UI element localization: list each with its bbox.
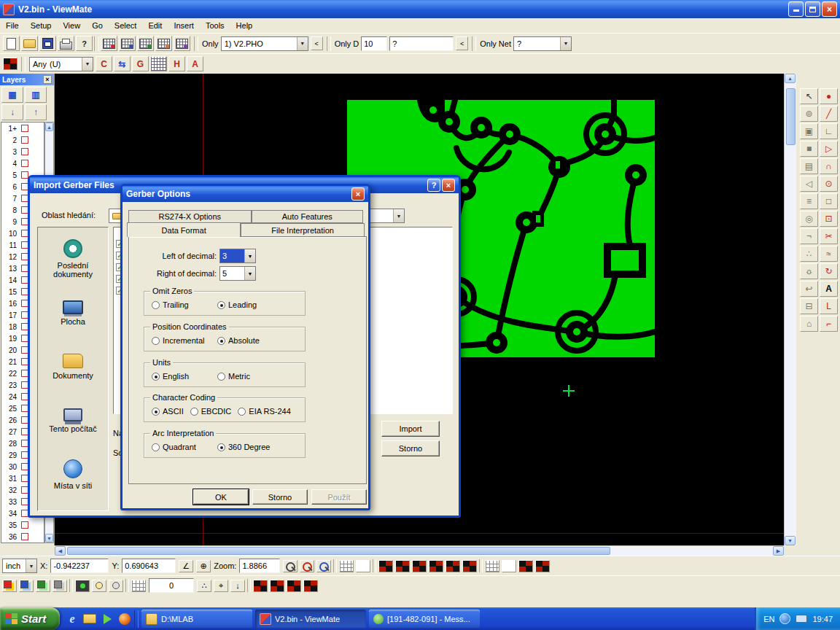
settings-tool[interactable]: ☼ — [800, 263, 818, 279]
radio-option[interactable]: Leading — [217, 300, 283, 309]
y-coordinate-field[interactable]: 0.690643 — [122, 559, 176, 573]
menu-item[interactable]: Edit — [142, 18, 168, 33]
restore-button[interactable] — [805, 1, 820, 17]
canvas-horizontal-scrollbar[interactable]: ◀ ▶ — [55, 545, 784, 556]
place-item[interactable]: Poslední dokumenty — [38, 232, 108, 286]
dcode-pattern-icon[interactable] — [378, 560, 393, 572]
close-button[interactable]: × — [822, 1, 837, 17]
table-settings-icon[interactable] — [174, 36, 190, 51]
draw-circle-tool[interactable]: ⊙ — [820, 176, 838, 192]
radio-option[interactable]: Trailing — [152, 300, 217, 309]
lamp-on-icon[interactable] — [92, 580, 106, 592]
flash-point-tool[interactable]: ● — [820, 88, 838, 104]
minimize-button[interactable] — [788, 1, 804, 17]
language-indicator[interactable]: EN — [763, 615, 774, 623]
dcode-pattern-icon[interactable] — [287, 580, 301, 592]
radio-option[interactable]: 360 Degree — [217, 443, 283, 451]
layer-color-icon[interactable] — [52, 580, 67, 592]
scroll-down-icon[interactable]: ▼ — [45, 534, 53, 542]
zoom-value-field[interactable]: 1.8866 — [239, 559, 280, 573]
layer-color-icon[interactable] — [2, 580, 17, 592]
menu-item[interactable]: View — [57, 18, 86, 33]
step-grid-icon[interactable] — [131, 580, 146, 592]
place-item[interactable]: Plocha — [38, 286, 108, 340]
menu-item[interactable]: Setup — [25, 18, 58, 33]
import-button[interactable]: Import — [381, 421, 440, 437]
separator[interactable] — [333, 559, 337, 572]
prev-layer-button[interactable]: < — [311, 36, 323, 50]
move-layer-up-icon[interactable]: ↑ — [25, 104, 47, 120]
scroll-thumb[interactable] — [786, 88, 796, 145]
cancel-button[interactable]: Storno — [381, 440, 440, 456]
radio-option[interactable]: EBCDIC — [190, 407, 232, 416]
scroll-left-icon[interactable]: ◀ — [55, 546, 66, 556]
place-item[interactable]: Tento počítač — [38, 394, 108, 448]
layers-panel-header[interactable]: Layers × — [0, 74, 54, 85]
separator[interactable] — [373, 559, 376, 572]
separator[interactable] — [94, 36, 99, 51]
origin-marker-icon[interactable]: ⌖ — [214, 580, 228, 592]
chevron-down-icon[interactable]: ▼ — [82, 58, 93, 71]
home-view-tool[interactable]: ⌂ — [800, 316, 818, 332]
layer-row[interactable]: 36 — [1, 531, 44, 542]
aperture-filter-combo[interactable]: Any (U) ▼ — [29, 57, 93, 71]
notch-tool[interactable]: ¬ — [800, 228, 818, 244]
zoom-tool[interactable] — [283, 560, 298, 572]
radio-option[interactable]: Quadrant — [152, 443, 217, 451]
dcode-pattern-icon[interactable] — [446, 560, 460, 572]
aperture-tool[interactable]: A — [187, 56, 203, 71]
save-file-icon[interactable] — [39, 36, 56, 51]
x-coordinate-field[interactable]: -0.942237 — [50, 559, 109, 573]
help-icon[interactable]: ? — [427, 179, 440, 192]
draw-corner-tool[interactable]: ∟ — [820, 123, 838, 139]
draw-triangle-tool[interactable]: ▷ — [820, 141, 838, 157]
dots-tool[interactable]: ∴ — [800, 246, 818, 262]
browser-quicklaunch-icon[interactable] — [117, 610, 133, 628]
layer-row[interactable]: 1+ — [1, 122, 44, 134]
drop-marker-icon[interactable]: ↓ — [230, 580, 245, 592]
dcode-pattern-icon[interactable] — [429, 560, 443, 572]
place-item[interactable]: Místa v síti — [38, 448, 108, 502]
layer-row[interactable]: 2 — [1, 134, 44, 146]
dcode-pattern-icon[interactable] — [518, 560, 533, 572]
ie-quicklaunch-icon[interactable]: e — [64, 610, 80, 628]
keyboard-icon[interactable] — [796, 615, 807, 623]
zoom-in-tool[interactable] — [300, 560, 314, 572]
menu-item[interactable]: Go — [86, 18, 109, 33]
layer-row[interactable]: 35 — [1, 519, 44, 531]
radio-option[interactable]: Metric — [217, 372, 283, 381]
layer-color-icon[interactable] — [19, 580, 34, 592]
close-icon[interactable]: × — [43, 75, 52, 84]
layer-list-icon[interactable]: ▥ — [25, 87, 47, 103]
measure-icon[interactable]: ∠ — [179, 560, 193, 572]
draw-arc-tool[interactable]: ∩ — [820, 158, 838, 174]
snap-grid-tool[interactable]: ▣ — [800, 123, 818, 139]
print-icon[interactable] — [58, 36, 74, 51]
only-layer-label[interactable]: Only — [202, 39, 219, 48]
collapse-tool[interactable]: ⊟ — [800, 298, 818, 314]
separator[interactable] — [69, 579, 73, 592]
apply-button[interactable]: Použít — [311, 489, 367, 505]
radio-option[interactable]: EIA RS-244 — [238, 407, 290, 416]
radio-option[interactable]: Absolute — [217, 336, 283, 345]
explorer-quicklaunch-icon[interactable] — [82, 610, 98, 628]
separator[interactable] — [247, 579, 251, 592]
viewmate-quicklaunch-icon[interactable] — [99, 610, 115, 628]
radio-option[interactable]: English — [152, 372, 217, 381]
status-light-icon[interactable] — [75, 580, 90, 592]
move-layer-down-icon[interactable]: ↓ — [1, 104, 23, 120]
tab-rs274x-options[interactable]: RS274-X Options — [128, 210, 252, 223]
chevron-down-icon[interactable]: ▼ — [244, 249, 255, 262]
canvas-vertical-scrollbar[interactable]: ▲ ▼ — [784, 74, 796, 545]
menu-item[interactable]: Tools — [200, 18, 230, 33]
chevron-down-icon[interactable]: ▼ — [560, 37, 571, 50]
unit-combo[interactable]: inch ▼ — [2, 559, 37, 573]
dot-grid-icon[interactable]: ∴ — [197, 580, 211, 592]
text-tool[interactable]: A — [820, 281, 838, 297]
tab-auto-features[interactable]: Auto Features — [252, 210, 363, 223]
context-help-icon[interactable]: ? — [76, 36, 93, 51]
undo-tool[interactable]: ↩ — [800, 281, 818, 297]
filled-rect-tool[interactable]: ■ — [800, 141, 818, 157]
lamp-off-icon[interactable] — [109, 580, 123, 592]
pan-origin-icon[interactable]: ⊕ — [196, 560, 211, 572]
